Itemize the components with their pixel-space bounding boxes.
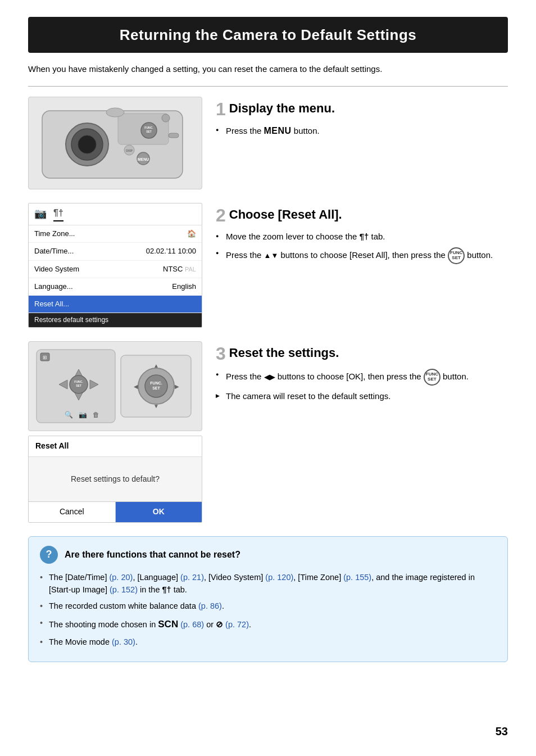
menu-row-resetall-label: Reset All... — [34, 299, 69, 309]
intro-text: When you have mistakenly changed a setti… — [28, 63, 508, 76]
ok-button[interactable]: OK — [116, 502, 202, 522]
link-p30[interactable]: (p. 30) — [112, 637, 135, 646]
link-p20[interactable]: (p. 20) — [109, 573, 133, 582]
funcset-button-icon: FUNCSET — [448, 247, 465, 264]
step-2-image-col: 📷 ¶† Time Zone... 🏠 Date/Time... 02.02.'… — [28, 203, 202, 328]
question-icon: ? — [40, 546, 58, 564]
step-1-bullet-1: Press the MENU button. — [216, 124, 508, 138]
menu-row-video-label: Video System — [34, 264, 79, 274]
link-p155[interactable]: (p. 155) — [343, 573, 371, 582]
reset-screen-footer: Cancel OK — [29, 501, 202, 522]
step-1-title: Display the menu. — [216, 100, 508, 117]
note-bullet-3: The shooting mode chosen in SCN (p. 68) … — [40, 617, 496, 632]
camera-image-step1: FUNC. SET DISP MENU — [28, 97, 202, 189]
step-2-title: Choose [Reset All]. — [216, 206, 508, 224]
step-3-title: Reset the settings. — [216, 345, 508, 362]
menu-row-language: Language... English — [29, 278, 202, 296]
svg-text:📷: 📷 — [79, 410, 87, 419]
svg-text:SET: SET — [152, 386, 160, 390]
step-1-bullets: Press the MENU button. — [216, 124, 508, 138]
note-bullet-2: The recorded custom white balance data (… — [40, 600, 496, 613]
menu-row-timezone: Time Zone... 🏠 — [29, 225, 202, 243]
step-2-bullets: Move the zoom lever to choose the ¶† tab… — [216, 230, 508, 265]
note-bullet-4: The Movie mode (p. 30). — [40, 636, 496, 649]
step-3-content: 3 Reset the settings. Press the ◀▶ butto… — [216, 341, 508, 407]
step-2-content: 2 Choose [Reset All]. Move the zoom leve… — [216, 203, 508, 269]
step-3-number: 3 — [216, 345, 226, 363]
link-p72[interactable]: (p. 72) — [225, 620, 249, 629]
camera-controls-image: ⊞ FUNC. SET 🔍 📷 🗑 — [28, 341, 202, 431]
svg-text:MENU: MENU — [138, 157, 149, 161]
svg-text:SET: SET — [146, 130, 152, 133]
svg-text:▲: ▲ — [153, 363, 159, 369]
section-divider — [28, 86, 508, 87]
menu-row-language-label: Language... — [34, 282, 73, 292]
reset-screen: Reset All Reset settings to default? Can… — [28, 436, 202, 523]
menu-screen: 📷 ¶† Time Zone... 🏠 Date/Time... 02.02.'… — [28, 203, 202, 328]
reset-screen-header: Reset All — [29, 436, 202, 457]
menu-row-video: Video System NTSC PAL — [29, 261, 202, 278]
menu-row-datetime: Date/Time... 02.02.'11 10:00 — [29, 243, 202, 260]
svg-text:DISP: DISP — [126, 149, 133, 152]
svg-text:▼: ▼ — [153, 403, 159, 409]
note-title: Are there functions that cannot be reset… — [65, 549, 240, 561]
svg-text:🔍: 🔍 — [65, 410, 73, 419]
step-1-image-col: FUNC. SET DISP MENU — [28, 97, 202, 189]
arrow-leftright-icon: ◀▶ — [264, 372, 275, 383]
link-p86[interactable]: (p. 86) — [198, 601, 222, 610]
svg-text:◀: ◀ — [134, 383, 138, 390]
step-1-number: 1 — [216, 100, 226, 118]
reset-screen-body: Reset settings to default? — [29, 457, 202, 502]
link-p68[interactable]: (p. 68) — [180, 620, 204, 629]
arrow-updown-icon: ▲▼ — [264, 250, 279, 261]
svg-text:FUNC.: FUNC. — [150, 381, 162, 385]
step-2-bullet-1: Move the zoom lever to choose the ¶† tab… — [216, 230, 508, 243]
svg-rect-14 — [169, 133, 179, 138]
step-3-bullet-1: Press the ◀▶ buttons to choose [OK], the… — [216, 369, 508, 386]
svg-text:🗑: 🗑 — [93, 411, 99, 419]
step-3-bullets: Press the ◀▶ buttons to choose [OK], the… — [216, 369, 508, 403]
cancel-button[interactable]: Cancel — [29, 502, 116, 522]
link-p152[interactable]: (p. 152) — [110, 585, 138, 594]
svg-text:⊞: ⊞ — [43, 355, 47, 360]
note-header: ? Are there functions that cannot be res… — [40, 546, 496, 564]
menu-row-datetime-label: Date/Time... — [34, 246, 74, 256]
page-number: 53 — [496, 723, 508, 739]
step-2-bullet-2: Press the ▲▼ buttons to choose [Reset Al… — [216, 247, 508, 264]
step-2-number: 2 — [216, 206, 226, 224]
camera-controls-svg: ⊞ FUNC. SET 🔍 📷 🗑 — [34, 344, 197, 428]
svg-text:FUNC.: FUNC. — [144, 126, 153, 129]
svg-text:FUNC.: FUNC. — [74, 380, 83, 383]
step-3-section: ⊞ FUNC. SET 🔍 📷 🗑 — [28, 341, 508, 523]
menu-wrench-tab: ¶† — [53, 207, 63, 221]
camera-svg-step1: FUNC. SET DISP MENU — [37, 102, 194, 184]
step-3-bullet-2: The camera will reset to the default set… — [216, 390, 508, 403]
menu-row-datetime-value: 02.02.'11 10:00 — [146, 246, 196, 256]
step-1-content: 1 Display the menu. Press the MENU butto… — [216, 97, 508, 142]
menu-header: 📷 ¶† — [29, 203, 202, 225]
menu-row-language-value: English — [172, 282, 196, 292]
svg-text:▶: ▶ — [175, 383, 179, 390]
svg-text:SET: SET — [76, 384, 81, 387]
funcset-button-icon-2: FUNCSET — [424, 369, 440, 386]
step-3-image-col: ⊞ FUNC. SET 🔍 📷 🗑 — [28, 341, 202, 523]
note-box: ? Are there functions that cannot be res… — [28, 536, 508, 663]
note-bullet-1: The [Date/Time] (p. 20), [Language] (p. … — [40, 572, 496, 596]
svg-point-13 — [106, 108, 124, 117]
menu-row-video-value: NTSC PAL — [163, 264, 196, 274]
link-p120[interactable]: (p. 120) — [265, 573, 293, 582]
menu-row-resetall: Reset All... — [29, 296, 202, 313]
menu-row-timezone-value: 🏠 — [187, 229, 196, 239]
page-title: Returning the Camera to Default Settings — [28, 17, 508, 53]
link-p21[interactable]: (p. 21) — [180, 573, 204, 582]
menu-row-timezone-label: Time Zone... — [34, 229, 75, 239]
menu-tooltip: Restores default settings — [29, 313, 202, 327]
menu-camera-tab: 📷 — [34, 207, 47, 221]
step-1-section: FUNC. SET DISP MENU 1 Display the menu. — [28, 97, 508, 189]
svg-point-3 — [78, 135, 96, 153]
svg-point-12 — [162, 114, 170, 122]
note-bullets: The [Date/Time] (p. 20), [Language] (p. … — [40, 572, 496, 649]
menu-button-label: MENU — [264, 124, 292, 138]
step-2-section: 📷 ¶† Time Zone... 🏠 Date/Time... 02.02.'… — [28, 203, 508, 328]
